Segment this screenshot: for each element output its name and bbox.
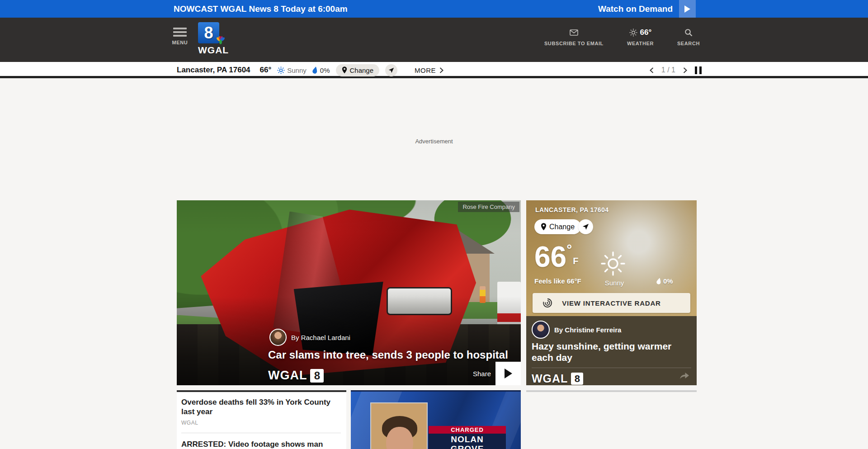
- wgal-8-box: 8: [198, 22, 219, 43]
- article-source: WGAL: [181, 420, 341, 426]
- chevron-right-icon: [439, 67, 443, 73]
- alert-pager: 1 / 1: [650, 62, 702, 78]
- navigation-arrow-icon: [388, 67, 394, 73]
- header-actions: SUBSCRIBE TO EMAIL 66° WEATHER SEARCH: [544, 28, 700, 46]
- charged-banner: CHARGED: [429, 426, 506, 434]
- search-icon: [684, 28, 693, 37]
- weather-story: By Christine Ferreira Hazy sunshine, get…: [526, 316, 697, 385]
- alert-temp: 66°: [260, 66, 272, 75]
- charged-story-thumbnail[interactable]: CHARGED NOLAN GROVE: [351, 390, 521, 449]
- raindrop-icon: [656, 277, 662, 285]
- next-alert-button[interactable]: [683, 67, 687, 73]
- alert-condition: Sunny: [287, 66, 307, 74]
- more-button[interactable]: MORE: [415, 62, 443, 78]
- current-temperature: 66°F: [534, 242, 578, 271]
- wgal-watermark: WGAL 8: [532, 372, 583, 385]
- location-pin-icon: [541, 223, 547, 231]
- logo-name: WGAL: [198, 45, 230, 56]
- search-label: SEARCH: [677, 41, 700, 46]
- photo-credit: Rose Fire Company: [458, 202, 519, 212]
- change-label: Change: [350, 66, 374, 74]
- geolocate-button[interactable]: [385, 64, 397, 76]
- envelope-icon: [570, 29, 578, 36]
- sun-icon: [277, 66, 285, 74]
- story-headline[interactable]: Car slams into tree, sends 3 people to h…: [268, 349, 521, 361]
- share-button[interactable]: Share: [473, 370, 491, 378]
- lead-story-card[interactable]: Rose Fire Company By Rachael Lardani Car…: [177, 200, 521, 385]
- more-label: MORE: [415, 66, 436, 74]
- weather-change-label: Change: [549, 223, 575, 231]
- view-radar-label: VIEW INTERACTIVE RADAR: [562, 299, 660, 307]
- prev-alert-button[interactable]: [650, 67, 654, 73]
- alert-page-indicator: 1 / 1: [661, 66, 675, 74]
- weather-condition: Sunny: [594, 279, 635, 287]
- play-icon: [505, 369, 512, 378]
- article-title[interactable]: ARRESTED: Video footage shows man vandal…: [181, 440, 341, 449]
- story-play-button[interactable]: [495, 362, 521, 385]
- article-title[interactable]: Overdose deaths fell 33% in York County …: [181, 397, 341, 416]
- list-item[interactable]: ARRESTED: Video footage shows man vandal…: [181, 440, 341, 449]
- watch-play-button[interactable]: [679, 0, 696, 18]
- weather-alert-bar: Lancaster, PA 17604 66° Sunny 0% Change …: [0, 62, 868, 78]
- search-button[interactable]: SEARCH: [677, 28, 700, 46]
- weather-label: WEATHER: [627, 41, 654, 46]
- author-avatar: [269, 329, 287, 346]
- chevron-right-icon: [683, 67, 687, 73]
- navigation-arrow-icon: [582, 223, 589, 230]
- play-icon: [684, 5, 690, 13]
- weather-geolocate-button[interactable]: [578, 219, 593, 234]
- divider: [526, 390, 697, 392]
- pause-carousel-button[interactable]: [695, 66, 702, 74]
- weather-change-button[interactable]: Change: [534, 219, 581, 234]
- sun-outline-icon: [600, 251, 626, 276]
- weather-headline[interactable]: Hazy sunshine, getting warmer each day: [532, 340, 691, 363]
- suspect-name: NOLAN GROVE: [429, 434, 506, 449]
- watch-on-demand[interactable]: Watch on Demand: [598, 0, 696, 18]
- radar-icon: [542, 298, 552, 308]
- chevron-left-icon: [650, 67, 654, 73]
- share-arrow-icon[interactable]: [679, 371, 690, 380]
- list-item[interactable]: Overdose deaths fell 33% in York County …: [181, 397, 341, 426]
- weather-byline: By Christine Ferreira: [554, 326, 621, 334]
- feels-like: Feels like 66°F: [534, 277, 581, 285]
- mugshot-photo: [370, 402, 428, 449]
- weather-location: LANCASTER, PA 17604: [535, 206, 609, 213]
- alert-location: Lancaster, PA 17604: [177, 66, 250, 75]
- menu-button[interactable]: MENU: [171, 28, 189, 45]
- wgal-logo[interactable]: 8 WGAL: [198, 22, 230, 56]
- view-radar-button[interactable]: VIEW INTERACTIVE RADAR: [533, 293, 690, 313]
- header-temp: 66°: [640, 28, 652, 37]
- alert-bar-left: Lancaster, PA 17604 66° Sunny 0% Change: [177, 62, 397, 78]
- raindrop-icon: [311, 66, 319, 74]
- nowcast-link[interactable]: NOWCAST WGAL News 8 Today at 6:00am: [174, 0, 348, 18]
- weather-button[interactable]: 66° WEATHER: [627, 28, 654, 46]
- watch-on-demand-label: Watch on Demand: [598, 0, 673, 18]
- nowcast-title: WGAL News 8 Today at 6:00am: [220, 4, 347, 14]
- hamburger-icon: [173, 28, 187, 37]
- nbc-peacock-icon: [216, 36, 226, 45]
- weather-widget: LANCASTER, PA 17604 Change 66°F Feels li…: [526, 200, 697, 385]
- logo-number: 8: [204, 25, 213, 41]
- subscribe-label: SUBSCRIBE TO EMAIL: [544, 41, 604, 46]
- advertisement-label: Advertisement: [415, 138, 453, 145]
- wgal-watermark: WGAL 8: [268, 369, 324, 383]
- site-header: MENU 8 WGAL SUBSCRIBE TO EMAIL 6: [0, 18, 868, 62]
- alert-precip: 0%: [320, 66, 330, 74]
- story-byline: By Rachael Lardani: [291, 334, 350, 341]
- subscribe-button[interactable]: SUBSCRIBE TO EMAIL: [544, 28, 604, 46]
- divider: [532, 368, 691, 368]
- precip-chance: 0%: [656, 277, 673, 285]
- divider: [181, 433, 341, 433]
- change-location-button[interactable]: Change: [336, 64, 380, 76]
- nowcast-label: NOWCAST: [174, 4, 218, 14]
- menu-label: MENU: [171, 40, 189, 45]
- meteorologist-avatar: [532, 321, 550, 339]
- sun-icon: [629, 28, 637, 37]
- nowcast-banner: NOWCAST WGAL News 8 Today at 6:00am Watc…: [0, 0, 868, 18]
- location-pin-icon: [342, 66, 347, 74]
- headline-list: Overdose deaths fell 33% in York County …: [177, 390, 346, 449]
